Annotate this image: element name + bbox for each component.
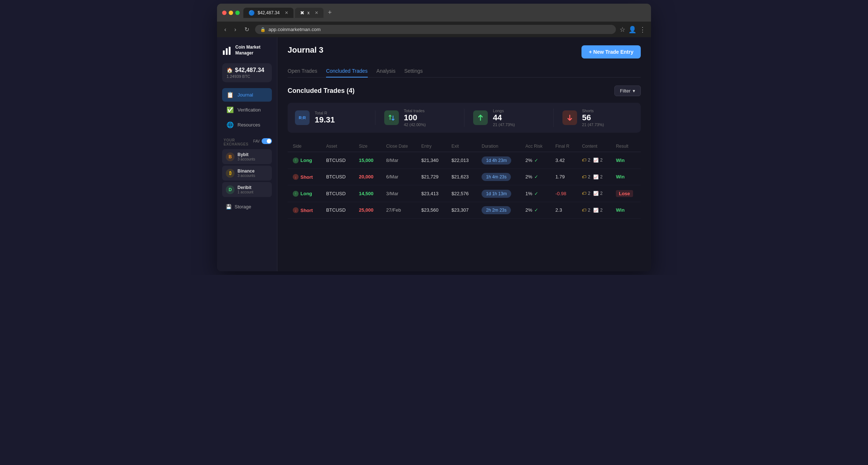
table-row[interactable]: ↓ Short BTCUSD 25,000 27/Feb $23,560 $23…: [288, 202, 641, 219]
trade-acc-risk-1: 2% ✓: [520, 169, 550, 185]
page-header: Journal 3 + New Trade Entry: [288, 45, 641, 58]
trade-duration-1: 1h 4m 23s: [476, 169, 520, 185]
result-win: Win: [616, 174, 625, 179]
bookmark-button[interactable]: ☆: [620, 26, 625, 34]
tab-open-trades[interactable]: Open Trades: [288, 65, 317, 78]
address-bar[interactable]: 🔒 app.coinmarketman.com: [255, 25, 616, 34]
content-charts-2: 2: [600, 191, 603, 196]
table-row[interactable]: ↑ Long BTCUSD 14,500 3/Mar $23,413 $22,5…: [288, 185, 641, 202]
exchange-binance[interactable]: ₿ Binance 3 accounts: [222, 166, 272, 181]
trades-table: Side Asset Size Close Date Entry Exit Du…: [288, 141, 641, 219]
content-charts-3: 2: [600, 208, 603, 213]
chart-icon-2: 📈: [593, 191, 599, 196]
concluded-title: Concluded Trades (4): [288, 87, 355, 95]
new-trade-button[interactable]: + New Trade Entry: [581, 45, 641, 58]
exchange-deribit[interactable]: D Deribit 1 account: [222, 182, 272, 197]
main-content: Journal 3 + New Trade Entry Open Trades …: [277, 37, 651, 271]
traffic-light-green[interactable]: [235, 11, 240, 15]
tab-title-2: x: [307, 10, 310, 15]
exchanges-section-label: YOUR EXCHANGES: [224, 138, 253, 146]
exchange-bybit[interactable]: B Bybit 3 accounts: [222, 149, 272, 164]
storage-icon: 💾: [226, 204, 232, 209]
trade-asset-0: BTCUSD: [321, 152, 354, 169]
tab-concluded-trades[interactable]: Concluded Trades: [326, 65, 368, 78]
total-trades-label: Total trades: [404, 109, 426, 113]
trade-content-2: 🏷 2 📈 2: [577, 185, 611, 202]
stats-row: R:R Total R 19.31 Total t: [288, 103, 641, 133]
acc-risk-value-2: 1%: [525, 191, 532, 196]
fav-toggle[interactable]: [262, 138, 272, 144]
traffic-light-yellow[interactable]: [229, 11, 233, 15]
trade-size-1: 20,000: [354, 169, 381, 185]
back-button[interactable]: ‹: [222, 25, 228, 34]
new-tab-button[interactable]: +: [325, 7, 335, 18]
home-icon: 🏠: [227, 67, 233, 73]
bybit-icon: B: [226, 152, 235, 161]
tab-coinmarketman[interactable]: 🔵 $42,487.34 ✕: [243, 8, 293, 18]
sidebar-item-verification[interactable]: ✅ Verification: [222, 103, 272, 117]
col-content: Content: [577, 141, 611, 152]
tab-settings[interactable]: Settings: [404, 65, 423, 78]
table-row[interactable]: ↓ Short BTCUSD 20,000 6/Mar $21,729 $21,…: [288, 169, 641, 185]
balance-card[interactable]: 🏠 $42,487.34 1.24939 BTC: [222, 63, 272, 82]
side-dot-3: ↓: [293, 207, 299, 213]
check-icon-2: ✓: [534, 191, 538, 196]
col-asset: Asset: [321, 141, 354, 152]
sidebar-item-journal[interactable]: 📋 Journal: [222, 88, 272, 102]
sidebar-item-storage[interactable]: 💾 Storage: [222, 201, 272, 213]
forward-button[interactable]: ›: [232, 25, 238, 34]
verification-icon: ✅: [227, 106, 234, 113]
col-duration: Duration: [476, 141, 520, 152]
result-lose: Lose: [616, 190, 633, 197]
content-tags-3: 2: [588, 208, 590, 213]
trade-result-1: Win: [611, 169, 641, 185]
side-dot-2: ↑: [293, 191, 299, 197]
content-charts-0: 2: [600, 158, 603, 163]
table-row[interactable]: ↑ Long BTCUSD 15,000 8/Mar $21,340 $22,0…: [288, 152, 641, 169]
tab-analysis[interactable]: Analysis: [377, 65, 396, 78]
traffic-light-red[interactable]: [222, 11, 227, 15]
sidebar: Coin Market Manager 🏠 $42,487.34 1.24939…: [217, 37, 277, 271]
resources-icon: 🌐: [227, 121, 234, 128]
trade-close-date-2: 3/Mar: [381, 185, 416, 202]
arrows-icon-box: [384, 110, 399, 125]
deribit-icon: D: [226, 185, 235, 194]
filter-label: Filter: [620, 88, 631, 94]
col-result: Result: [611, 141, 641, 152]
trade-exit-3: $23,307: [446, 202, 476, 219]
trade-size-0: 15,000: [354, 152, 381, 169]
trade-exit-2: $22,576: [446, 185, 476, 202]
tab-x[interactable]: ✖ x ✕: [295, 8, 323, 18]
tab-close-2[interactable]: ✕: [315, 10, 318, 15]
profile-button[interactable]: 👤: [628, 26, 636, 34]
logo-icon: [222, 45, 232, 56]
filter-button[interactable]: Filter ▾: [614, 86, 641, 96]
chart-icon-3: 📈: [593, 208, 599, 213]
trade-size-2: 14,500: [354, 185, 381, 202]
binance-icon: ₿: [226, 169, 235, 178]
trade-duration-0: 1d 4h 23m: [476, 152, 520, 169]
col-exit: Exit: [446, 141, 476, 152]
sidebar-item-resources-label: Resources: [237, 122, 260, 128]
sidebar-item-resources[interactable]: 🌐 Resources: [222, 118, 272, 132]
trade-acc-risk-3: 2% ✓: [520, 202, 550, 219]
trade-side-2: ↑ Long: [288, 185, 321, 202]
tabs-row: Open Trades Concluded Trades Analysis Se…: [288, 65, 641, 78]
reload-button[interactable]: ↻: [242, 24, 251, 34]
filter-chevron-icon: ▾: [633, 88, 635, 94]
menu-button[interactable]: ⋮: [639, 26, 646, 34]
acc-risk-value-1: 2%: [525, 174, 532, 179]
chart-icon-0: 📈: [593, 158, 599, 163]
result-win: Win: [616, 158, 625, 163]
balance-btc: 1.24939 BTC: [227, 74, 267, 79]
trade-content-0: 🏷 2 📈 2: [577, 152, 611, 169]
trade-final-r-0: 3.42: [550, 152, 577, 169]
lock-icon: 🔒: [260, 27, 266, 32]
trade-size-3: 25,000: [354, 202, 381, 219]
tab-close-1[interactable]: ✕: [285, 10, 288, 15]
content-charts-1: 2: [600, 174, 603, 179]
url-text: app.coinmarketman.com: [269, 27, 321, 32]
trade-side-1: ↓ Short: [288, 169, 321, 185]
acc-risk-value-3: 2%: [525, 207, 532, 213]
trade-result-2: Lose: [611, 185, 641, 202]
